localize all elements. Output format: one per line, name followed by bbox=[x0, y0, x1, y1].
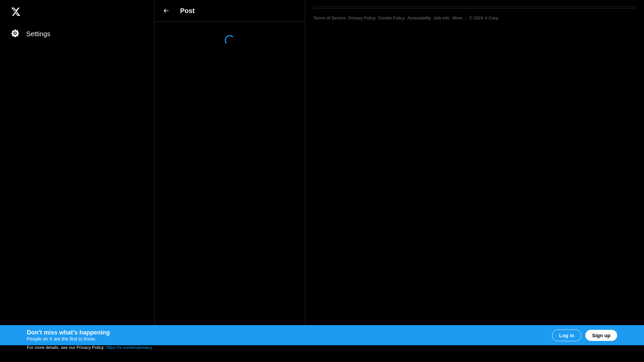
more-link[interactable]: More… bbox=[452, 15, 467, 20]
page-title: Post bbox=[180, 7, 195, 15]
back-icon bbox=[163, 7, 169, 14]
terms-link[interactable]: Terms of Service bbox=[313, 15, 346, 20]
login-button[interactable]: Log in bbox=[552, 329, 581, 341]
bottom-banner: Don't miss what's happening People on X … bbox=[0, 325, 644, 345]
x-logo-icon bbox=[11, 7, 21, 17]
settings-label: Settings bbox=[26, 30, 50, 38]
divider-bottom bbox=[313, 8, 636, 9]
footer-links: Terms of Service Privacy Policy Cookie P… bbox=[313, 13, 636, 23]
cookie-link[interactable]: Cookie Policy bbox=[378, 15, 405, 20]
welcome-policy-prefix: For more details, see our Privacy Policy… bbox=[27, 345, 105, 350]
banner-headline: Don't miss what's happening bbox=[27, 329, 110, 336]
banner-subtext: People on X are the first to know. bbox=[27, 336, 110, 342]
app-layout: Settings Post Terms of Service Privacy P… bbox=[0, 0, 644, 362]
divider-top bbox=[313, 7, 636, 7]
welcome-policy-link[interactable]: https://x.com/en/privacy bbox=[106, 345, 152, 350]
banner-buttons: Log in Sign up bbox=[552, 329, 617, 341]
logo-area[interactable] bbox=[7, 3, 148, 21]
post-header: Post bbox=[155, 0, 305, 22]
ads-info-link[interactable]: Ads info bbox=[434, 15, 449, 20]
banner-text: Don't miss what's happening People on X … bbox=[27, 329, 110, 342]
sidebar-item-settings[interactable]: Settings bbox=[7, 25, 54, 43]
right-sidebar: Terms of Service Privacy Policy Cookie P… bbox=[305, 0, 644, 362]
spinner-icon bbox=[225, 35, 235, 45]
signup-button[interactable]: Sign up bbox=[585, 330, 617, 341]
copyright-text: © 2024 X Corp. bbox=[469, 15, 499, 20]
privacy-link[interactable]: Privacy Policy bbox=[348, 15, 376, 20]
back-button[interactable] bbox=[160, 5, 172, 17]
accessibility-link[interactable]: Accessibility bbox=[408, 15, 431, 20]
settings-icon bbox=[11, 29, 19, 39]
loading-indicator bbox=[155, 22, 305, 45]
main-content: Post bbox=[154, 0, 305, 362]
left-sidebar: Settings bbox=[0, 0, 154, 362]
